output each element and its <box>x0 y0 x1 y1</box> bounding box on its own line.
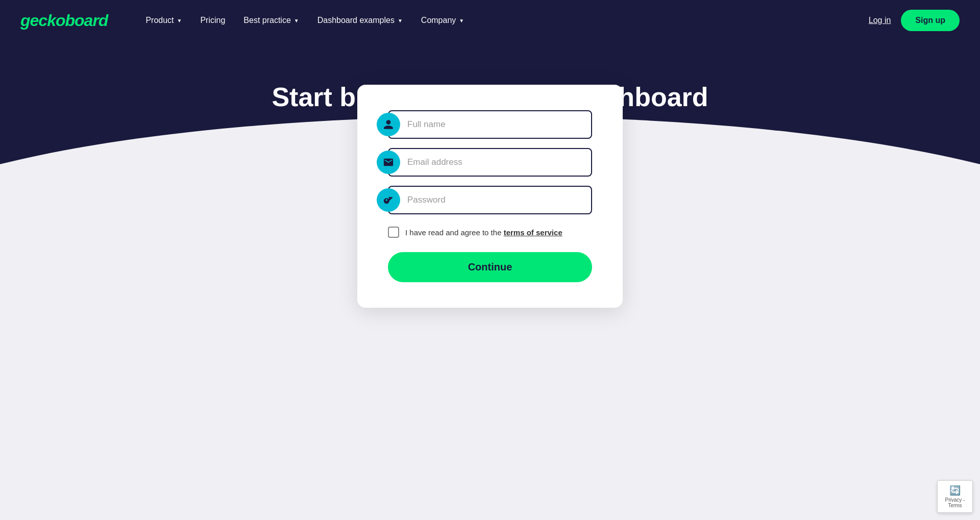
recaptcha-text: Privacy - Terms <box>943 497 967 508</box>
email-input[interactable] <box>388 148 592 177</box>
person-icon <box>377 113 400 136</box>
signup-form-card: I have read and agree to the terms of se… <box>357 85 623 308</box>
terms-row: I have read and agree to the terms of se… <box>388 227 592 238</box>
password-group <box>388 186 592 214</box>
login-button[interactable]: Log in <box>869 16 891 25</box>
terms-checkbox[interactable] <box>388 227 399 238</box>
recaptcha-badge: 🔄 Privacy - Terms <box>937 480 973 513</box>
signup-button[interactable]: Sign up <box>901 10 960 31</box>
nav-item-dashboard-examples[interactable]: Dashboard examples ▼ <box>310 12 410 29</box>
chevron-down-icon: ▼ <box>459 18 464 23</box>
nav-links: Product ▼ Pricing Best practice ▼ Dashbo… <box>138 12 868 29</box>
password-input[interactable] <box>388 186 592 214</box>
nav-actions: Log in Sign up <box>869 10 960 31</box>
chevron-down-icon: ▼ <box>398 18 403 23</box>
nav-item-company[interactable]: Company ▼ <box>414 12 471 29</box>
chevron-down-icon: ▼ <box>177 18 182 23</box>
fullname-input[interactable] <box>388 110 592 139</box>
brand-logo[interactable]: geckoboard <box>20 11 108 30</box>
nav-item-best-practice[interactable]: Best practice ▼ <box>236 12 306 29</box>
navbar: geckoboard Product ▼ Pricing Best practi… <box>0 0 980 41</box>
email-icon <box>377 151 400 174</box>
terms-link[interactable]: terms of service <box>504 228 562 237</box>
nav-item-product[interactable]: Product ▼ <box>138 12 189 29</box>
recaptcha-icon: 🔄 <box>943 485 967 496</box>
signup-form-section: I have read and agree to the terms of se… <box>0 85 980 338</box>
nav-item-pricing[interactable]: Pricing <box>193 12 232 29</box>
chevron-down-icon: ▼ <box>294 18 299 23</box>
continue-button[interactable]: Continue <box>388 252 592 282</box>
key-icon <box>377 188 400 212</box>
terms-label: I have read and agree to the terms of se… <box>405 228 562 237</box>
fullname-group <box>388 110 592 139</box>
email-group <box>388 148 592 177</box>
